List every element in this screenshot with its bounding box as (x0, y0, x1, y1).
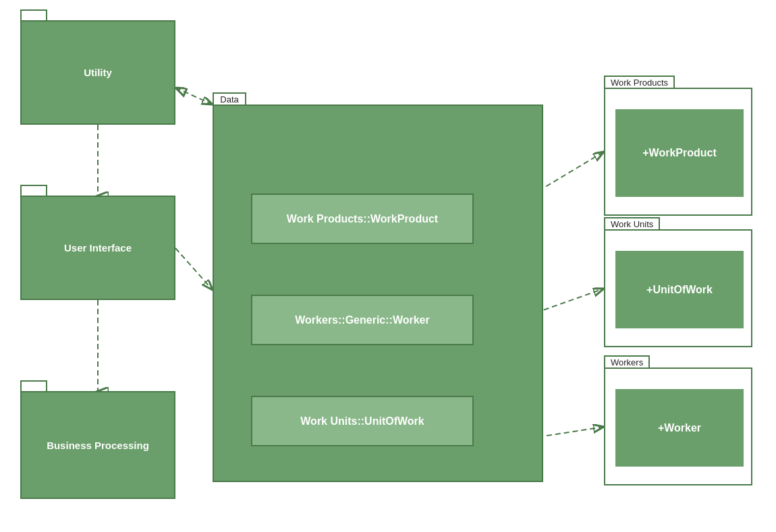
utility-package-tab (20, 9, 47, 22)
work-units-inner: +UnitOfWork (615, 251, 744, 328)
data-package-tab: Data (213, 92, 246, 106)
ui-label: User Interface (64, 242, 132, 254)
svg-line-0 (175, 88, 213, 105)
work-units-inner-label: +UnitOfWork (646, 284, 713, 296)
work-product-box: Work Products::WorkProduct (251, 194, 474, 244)
worker-label: Workers::Generic::Worker (295, 314, 429, 326)
work-units-tab: Work Units (604, 217, 660, 231)
data-label: Data (220, 94, 238, 105)
workers-package: Workers +Worker (604, 367, 752, 485)
unit-of-work-box: Work Units::UnitOfWork (251, 396, 474, 446)
work-products-package: Work Products +WorkProduct (604, 88, 752, 216)
workers-tab: Workers (604, 355, 650, 369)
utility-label: Utility (84, 67, 112, 78)
svg-line-3 (175, 248, 213, 290)
ui-package-tab (20, 185, 47, 197)
work-products-inner: +WorkProduct (615, 109, 744, 197)
business-processing-package: Business Processing (20, 391, 175, 499)
bp-label: Business Processing (47, 440, 149, 451)
unit-of-work-label: Work Units::UnitOfWork (300, 415, 424, 427)
worker-box: Workers::Generic::Worker (251, 295, 474, 345)
work-products-inner-label: +WorkProduct (642, 147, 717, 159)
data-package: Data Work Products::WorkProduct Workers:… (213, 105, 543, 482)
workers-label: Workers (611, 357, 643, 367)
work-products-label: Work Products (611, 78, 668, 88)
user-interface-package: User Interface (20, 196, 175, 300)
bp-package-tab (20, 380, 47, 392)
workers-inner: +Worker (615, 389, 744, 467)
work-products-tab: Work Products (604, 76, 675, 89)
work-product-label: Work Products::WorkProduct (287, 213, 438, 225)
work-units-label: Work Units (611, 219, 653, 229)
utility-package: Utility (20, 20, 175, 125)
diagram-container: Utility User Interface Business Processi… (0, 0, 776, 532)
workers-inner-label: +Worker (658, 422, 701, 434)
work-units-package: Work Units +UnitOfWork (604, 229, 752, 347)
